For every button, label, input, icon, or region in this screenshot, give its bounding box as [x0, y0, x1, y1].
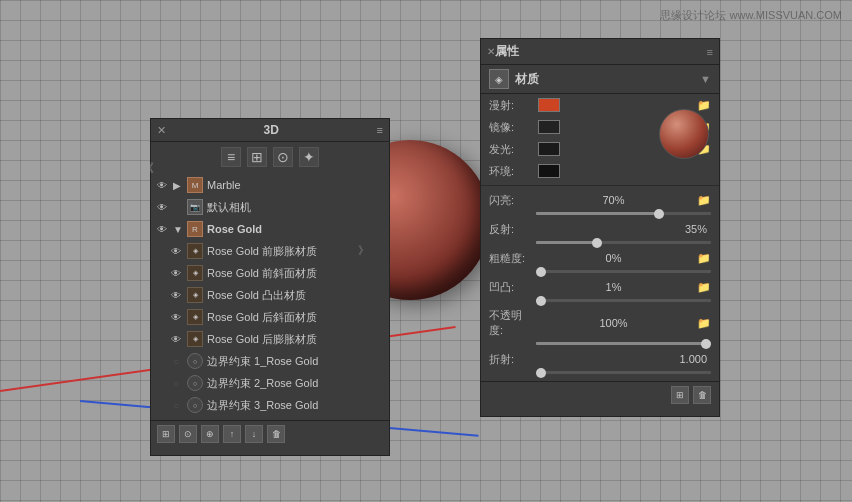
panel-3d: ✕ 3D ≡ 》 ≡ ⊞ ⊙ ✦ 👁 ▶ M Marble 👁 📷 默认相机 👁… [150, 118, 390, 456]
prop-bump-folder[interactable]: 📁 [697, 281, 711, 294]
panel-props-close[interactable]: ✕ [487, 46, 495, 57]
prop-roughness: 粗糙度: 0% 📁 [481, 247, 719, 269]
panel-3d-menu-icon[interactable]: ≡ [377, 124, 383, 136]
layer-item-constraint-3[interactable]: ○ ○ 边界约束 3_Rose Gold [165, 394, 389, 416]
layer-item-constraint-2[interactable]: ○ ○ 边界约束 2_Rose Gold [165, 372, 389, 394]
prop-diffuse-folder[interactable]: 📁 [697, 99, 711, 112]
slider-shininess-thumb[interactable] [654, 209, 664, 219]
type-icon-rosegold: R [187, 221, 203, 237]
layer-item-rg-back-inflate[interactable]: 👁 ◈ Rose Gold 后膨胀材质 [165, 328, 389, 350]
eye-rg-fi[interactable]: 👁 [169, 244, 183, 258]
prop-roughness-label: 粗糙度: [489, 251, 534, 266]
type-icon-rg-bb: ◈ [187, 309, 203, 325]
material-section-icon: ◈ [489, 69, 509, 89]
slider-roughness-row [481, 269, 719, 276]
material-preview-sphere [659, 109, 709, 159]
layer-name-c1: 边界约束 1_Rose Gold [207, 354, 318, 369]
slider-opacity-thumb[interactable] [701, 339, 711, 349]
eye-rg-bi[interactable]: 👁 [169, 332, 183, 346]
slider-refraction-thumb[interactable] [536, 368, 546, 378]
eye-camera[interactable]: 👁 [155, 200, 169, 214]
prop-glow-swatch[interactable] [538, 142, 560, 156]
arrow-marble: ▶ [173, 180, 183, 191]
layer-item-constraint-1[interactable]: ○ ○ 边界约束 1_Rose Gold [165, 350, 389, 372]
toolbar-light-icon[interactable]: ⊙ [273, 147, 293, 167]
slider-refraction-track[interactable] [536, 371, 711, 374]
prop-shininess-label: 闪亮: [489, 193, 534, 208]
btn-delete[interactable]: 🗑 [267, 425, 285, 443]
eye-c3[interactable]: ○ [169, 398, 183, 412]
slider-roughness-track[interactable] [536, 270, 711, 273]
material-section-title: 材质 [515, 71, 539, 88]
prop-opacity: 不透明度: 100% 📁 [481, 305, 719, 341]
btn-move-up[interactable]: ↑ [223, 425, 241, 443]
prop-opacity-folder[interactable]: 📁 [697, 317, 711, 330]
type-icon-marble: M [187, 177, 203, 193]
eye-c2[interactable]: ○ [169, 376, 183, 390]
prop-refraction-label: 折射: [489, 352, 534, 367]
props-btn-add[interactable]: ⊞ [671, 386, 689, 404]
eye-rg-ex[interactable]: 👁 [169, 288, 183, 302]
slider-roughness-thumb[interactable] [536, 267, 546, 277]
layer-name-rg-bb: Rose Gold 后斜面材质 [207, 310, 317, 325]
prop-reflection-value: 35% [685, 223, 707, 235]
slider-opacity-row [481, 341, 719, 348]
slider-bump-track[interactable] [536, 299, 711, 302]
layer-item-rg-front-inflate[interactable]: 👁 ◈ Rose Gold 前膨胀材质 [165, 240, 389, 262]
panel-properties: ✕ 属性 ≡ ◈ 材质 ▼ 漫射: 📁 镜像: 📁 发光: 📁 环境: 闪亮: … [480, 38, 720, 417]
prop-roughness-value: 0% [606, 252, 622, 264]
prop-shininess-folder[interactable]: 📁 [697, 194, 711, 207]
layer-name-c3: 边界约束 3_Rose Gold [207, 398, 318, 413]
layer-item-rg-front-bevel[interactable]: 👁 ◈ Rose Gold 前斜面材质 [165, 262, 389, 284]
slider-bump-thumb[interactable] [536, 296, 546, 306]
prop-roughness-folder[interactable]: 📁 [697, 252, 711, 265]
layer-name-c2: 边界约束 2_Rose Gold [207, 376, 318, 391]
toolbar-mesh-icon[interactable]: ⊞ [247, 147, 267, 167]
eye-rosegold[interactable]: 👁 [155, 222, 169, 236]
eye-rg-bb[interactable]: 👁 [169, 310, 183, 324]
prop-mirror-swatch[interactable] [538, 120, 560, 134]
type-icon-c1: ○ [187, 353, 203, 369]
slider-opacity-track[interactable] [536, 342, 711, 345]
slider-shininess-track[interactable] [536, 212, 711, 215]
type-icon-rg-fb: ◈ [187, 265, 203, 281]
props-expand-icon[interactable]: ▼ [700, 73, 711, 85]
btn-new-scene[interactable]: ⊞ [157, 425, 175, 443]
prop-bump-value: 1% [606, 281, 622, 293]
eye-marble[interactable]: 👁 [155, 178, 169, 192]
layer-item-marble[interactable]: 👁 ▶ M Marble [151, 174, 389, 196]
layer-item-rosegold[interactable]: 👁 ▼ R Rose Gold [151, 218, 389, 240]
type-icon-camera: 📷 [187, 199, 203, 215]
type-icon-rg-bi: ◈ [187, 331, 203, 347]
slider-reflection-fill [536, 241, 597, 244]
layer-list: 👁 ▶ M Marble 👁 📷 默认相机 👁 ▼ R Rose Gold 👁 … [151, 172, 389, 418]
btn-render[interactable]: ⊙ [179, 425, 197, 443]
panel-3d-collapse-icon[interactable]: 》 [358, 243, 369, 258]
toolbar-scene-icon[interactable]: ≡ [221, 147, 241, 167]
btn-add[interactable]: ⊕ [201, 425, 219, 443]
prop-ambient-swatch[interactable] [538, 164, 560, 178]
watermark: 思缘设计论坛 www.MISSVUAN.COM [660, 8, 842, 23]
btn-move-down[interactable]: ↓ [245, 425, 263, 443]
layer-name-camera: 默认相机 [207, 200, 251, 215]
slider-opacity-fill [536, 342, 711, 345]
prop-glow-label: 发光: [489, 142, 534, 157]
layer-item-rg-extrude[interactable]: 👁 ◈ Rose Gold 凸出材质 [165, 284, 389, 306]
panel-3d-close[interactable]: ✕ [157, 124, 166, 137]
prop-diffuse-swatch[interactable] [538, 98, 560, 112]
prop-bump-label: 凹凸: [489, 280, 534, 295]
panel-props-menu[interactable]: ≡ [707, 46, 713, 58]
eye-c1[interactable]: ○ [169, 354, 183, 368]
slider-reflection-track[interactable] [536, 241, 711, 244]
slider-bump-row [481, 298, 719, 305]
eye-rg-fb[interactable]: 👁 [169, 266, 183, 280]
props-btn-delete[interactable]: 🗑 [693, 386, 711, 404]
layer-item-rg-back-bevel[interactable]: 👁 ◈ Rose Gold 后斜面材质 [165, 306, 389, 328]
prop-diffuse-label: 漫射: [489, 98, 534, 113]
prop-shininess: 闪亮: 70% 📁 [481, 189, 719, 211]
prop-reflection-label: 反射: [489, 222, 534, 237]
toolbar-render-icon[interactable]: ✦ [299, 147, 319, 167]
layer-item-camera[interactable]: 👁 📷 默认相机 [151, 196, 389, 218]
prop-shininess-value: 70% [602, 194, 624, 206]
layer-name-rg-fi: Rose Gold 前膨胀材质 [207, 244, 317, 259]
